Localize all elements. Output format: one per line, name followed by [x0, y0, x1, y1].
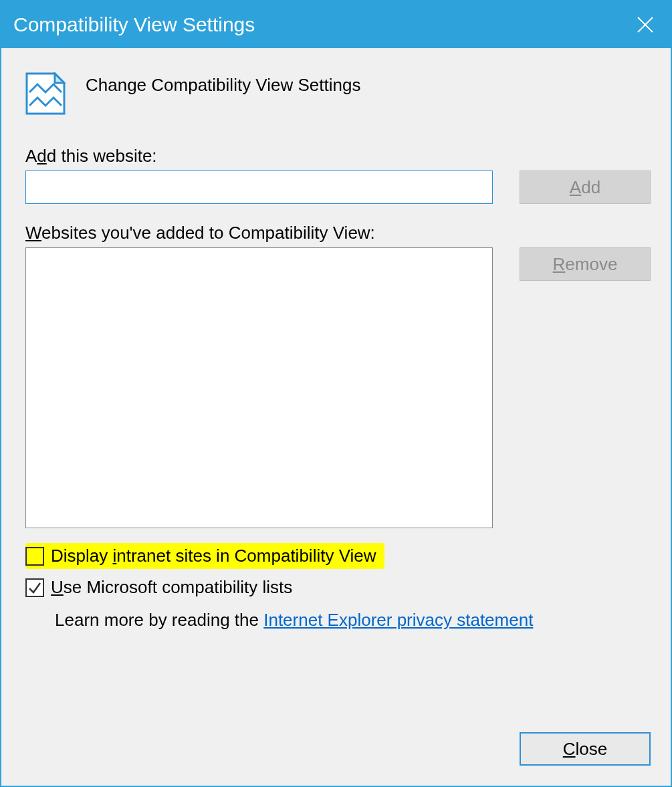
add-website-label: Add this website:: [25, 146, 651, 166]
add-button[interactable]: Add: [520, 171, 651, 204]
intranet-checkbox[interactable]: [25, 547, 44, 566]
window-title: Compatibility View Settings: [13, 13, 255, 36]
privacy-statement-link[interactable]: Internet Explorer privacy statement: [263, 610, 533, 630]
close-icon[interactable]: [632, 11, 659, 38]
mslists-checkbox[interactable]: [25, 578, 44, 597]
websites-listbox[interactable]: [25, 247, 493, 528]
add-website-row: Add: [25, 171, 651, 204]
add-website-input[interactable]: [25, 171, 493, 204]
mslists-checkbox-label: Use Microsoft compatibility lists: [51, 577, 292, 598]
close-button[interactable]: Close: [520, 732, 651, 766]
compat-view-dialog: Compatibility View Settings Change Compa…: [0, 0, 672, 787]
learn-more-text: Learn more by reading the: [55, 610, 263, 630]
svg-marker-3: [55, 74, 64, 83]
header-text: Change Compatibility View Settings: [86, 75, 360, 96]
dialog-content: Change Compatibility View Settings Add t…: [1, 48, 671, 786]
websites-list-label: Websites you've added to Compatibility V…: [25, 223, 651, 243]
header-row: Change Compatibility View Settings: [25, 72, 651, 112]
dialog-footer: Close: [25, 712, 651, 766]
compat-view-icon: [25, 72, 66, 112]
websites-list-row: Remove: [25, 247, 651, 528]
remove-button[interactable]: Remove: [520, 247, 651, 281]
intranet-checkbox-row[interactable]: Display intranet sites in Compatibility …: [25, 543, 384, 569]
mslists-checkbox-row[interactable]: Use Microsoft compatibility lists: [25, 574, 292, 600]
titlebar: Compatibility View Settings: [1, 1, 671, 48]
list-side-buttons: Remove: [520, 247, 651, 281]
learn-more-row: Learn more by reading the Internet Explo…: [55, 610, 651, 631]
intranet-checkbox-label: Display intranet sites in Compatibility …: [51, 546, 376, 566]
